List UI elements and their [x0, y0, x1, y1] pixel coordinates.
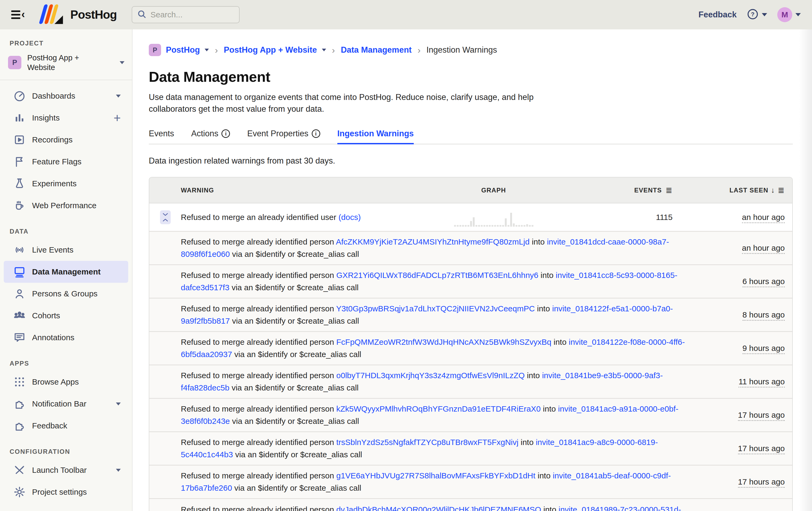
sidebar-item-label: Experiments: [32, 179, 77, 188]
person-id-link[interactable]: dvJadbDkBchM4cXOR00q2WlilDcHKJb6lDEZMNE6…: [336, 505, 541, 511]
tab-ingestion-warnings[interactable]: Ingestion Warnings: [337, 129, 414, 144]
person-id-link[interactable]: kZk5WQyyxPMlhvhROqBhYFGnznDa91eETDF4RiEr…: [336, 404, 541, 413]
breadcrumb-posthog[interactable]: PostHog: [166, 45, 200, 55]
sidebar-item-live-events[interactable]: Live Events: [4, 239, 128, 261]
person-id-link[interactable]: GXR21Yi6QILWxT86dFADCLp7zRTtB6MT63EnL6hh…: [336, 271, 538, 280]
posthog-logo[interactable]: PostHog: [37, 3, 117, 26]
warnings-note: Data ingestion related warnings from pas…: [149, 156, 812, 166]
chevron-down-icon[interactable]: [322, 49, 326, 51]
project-switcher[interactable]: P PostHog App + Website: [0, 51, 132, 74]
chevron-down-icon[interactable]: [116, 469, 121, 472]
collapse-row-button[interactable]: [160, 210, 171, 224]
breadcrumb-project[interactable]: PostHog App + Website: [224, 45, 317, 55]
sidebar-item-label: Feedback: [32, 421, 67, 430]
person-id-link[interactable]: AfcZKKM9YjKieT2AZU4MSIYhZtnHtyme9fFQ80zm…: [336, 237, 529, 246]
sidebar-item-feature-flags[interactable]: Feature Flags: [4, 151, 128, 173]
warning-sparkline: [437, 212, 550, 231]
sidebar-item-feedback[interactable]: Feedback: [4, 415, 128, 437]
sidebar-collapse-icon[interactable]: ‹: [11, 9, 25, 20]
sidebar-item-insights[interactable]: Insights+: [4, 107, 128, 129]
breadcrumb-separator-icon: ›: [417, 45, 420, 55]
coffee-icon: [13, 199, 26, 212]
plus-icon[interactable]: +: [114, 112, 121, 124]
sidebar-item-label: Dashboards: [32, 91, 75, 101]
sidebar-item-experiments[interactable]: Experiments: [4, 173, 128, 195]
tab-events[interactable]: Events: [149, 129, 174, 144]
sidebar-item-label: Cohorts: [32, 311, 60, 320]
person-id-link[interactable]: FcFpQMMZeoWR2tnfW3WdJHqHNcAXNz5BWk9hSZvy…: [336, 338, 551, 346]
puzzle-icon: [13, 420, 26, 432]
sidebar-item-launch-toolbar[interactable]: Launch Toolbar: [4, 459, 128, 481]
warning-detail-row: Refused to merge already identified pers…: [149, 365, 792, 399]
search-input[interactable]: [150, 10, 228, 19]
divider: [0, 80, 132, 80]
sidebar-item-notification-bar[interactable]: Notification Bar: [4, 393, 128, 415]
warning-detail-text: Refused to merge already identified pers…: [181, 470, 710, 494]
person-icon: [13, 288, 26, 300]
gauge-icon: [13, 90, 26, 102]
column-header-last-seen[interactable]: LAST SEEN ↓≣: [673, 186, 785, 194]
sidebar-item-label: Project settings: [32, 487, 87, 496]
sidebar-item-project-settings[interactable]: Project settings: [4, 481, 128, 503]
sidebar-item-label: Recordings: [32, 135, 72, 144]
gear-icon: [13, 486, 26, 498]
breadcrumb-data-management[interactable]: Data Management: [341, 45, 412, 55]
sidebar-item-dashboards[interactable]: Dashboards: [4, 85, 128, 107]
warning-detail-text: Refused to merge already identified pers…: [181, 336, 710, 361]
flag-icon: [13, 155, 26, 168]
sidebar-nav: DashboardsInsights+RecordingsFeature Fla…: [0, 85, 132, 503]
sidebar-item-web-performance[interactable]: Web Performance: [4, 195, 128, 217]
person-id-link[interactable]: g1VE6aYHbJVUg27R7S8lhalBovMFAxsFkBYFxbD1…: [336, 471, 535, 480]
warning-detail-rows: Refused to merge already identified pers…: [149, 232, 792, 511]
user-menu[interactable]: M: [777, 7, 801, 22]
docs-link[interactable]: (docs): [339, 213, 360, 222]
warning-detail-row: Refused to merge already identified pers…: [149, 499, 792, 511]
person-id-link[interactable]: trsSblnYzdSz5sNgfakfTZYCp8uTBr8wxFT5FxgN…: [336, 438, 518, 447]
help-icon: ?: [747, 8, 759, 21]
chevron-down-icon: [120, 61, 124, 64]
last-seen-value: an hour ago: [710, 244, 785, 253]
sidebar-item-recordings[interactable]: Recordings: [4, 129, 128, 151]
column-header-graph: GRAPH: [437, 187, 550, 194]
warning-detail-text: Refused to merge already identified pers…: [181, 303, 710, 327]
sidebar-item-label: Persons & Groups: [32, 289, 97, 298]
warning-detail-row: Refused to merge already identified pers…: [149, 465, 792, 499]
search-box[interactable]: [132, 6, 240, 23]
sidebar-item-annotations[interactable]: Annotations: [4, 327, 128, 348]
feedback-link[interactable]: Feedback: [698, 10, 737, 20]
live-icon: [13, 244, 26, 256]
sort-descending-icon: ↓: [771, 187, 775, 194]
sidebar-item-label: Notification Bar: [32, 399, 86, 408]
sidebar-section-configuration: CONFIGURATION: [0, 448, 132, 455]
sidebar-item-label: Annotations: [32, 333, 74, 342]
project-name: PostHog App + Website: [27, 53, 107, 72]
sort-icon: ≣: [666, 186, 673, 194]
sidebar-item-label: Feature Flags: [32, 157, 82, 166]
tab-event-properties[interactable]: Event Propertiesi: [247, 129, 320, 144]
last-seen-value: an hour ago: [673, 213, 785, 222]
sidebar-item-persons-groups[interactable]: Persons & Groups: [4, 283, 128, 305]
chevron-down-icon[interactable]: [116, 94, 121, 97]
puzzle-icon: [13, 398, 26, 410]
page-title: Data Management: [149, 68, 812, 85]
info-icon: i: [312, 130, 320, 138]
sidebar-item-cohorts[interactable]: Cohorts: [4, 305, 128, 327]
chevron-down-icon[interactable]: [205, 49, 209, 51]
tab-actions[interactable]: Actionsi: [191, 129, 230, 144]
person-id-link[interactable]: o0lbyT7HDL3qxmKrjhqY3s3z4zmgOtfwEsVl9nIL…: [336, 371, 525, 380]
tab-bar: EventsActionsiEvent PropertiesiIngestion…: [149, 129, 812, 144]
chevron-down-icon[interactable]: [116, 402, 121, 405]
breadcrumb-separator-icon: ›: [332, 45, 335, 55]
help-menu[interactable]: ?: [747, 8, 767, 21]
sidebar-item-label: Launch Toolbar: [32, 465, 87, 475]
sidebar-item-data-management[interactable]: Data Management: [4, 261, 128, 283]
person-id-link[interactable]: Y3t0Gp3pwBRSqjv1a7dLhxTQC2jNIIEVN2JvCeeq…: [336, 304, 535, 313]
avatar: M: [777, 7, 792, 22]
sidebar-item-browse-apps[interactable]: Browse Apps: [4, 371, 128, 393]
last-seen-value: 9 hours ago: [710, 344, 785, 353]
column-header-events[interactable]: EVENTS ≣: [550, 186, 673, 194]
flask-icon: [13, 177, 26, 190]
monitor-icon: [13, 266, 26, 278]
top-bar: ‹ PostHog: [0, 0, 812, 29]
events-count: 1115: [550, 213, 673, 222]
